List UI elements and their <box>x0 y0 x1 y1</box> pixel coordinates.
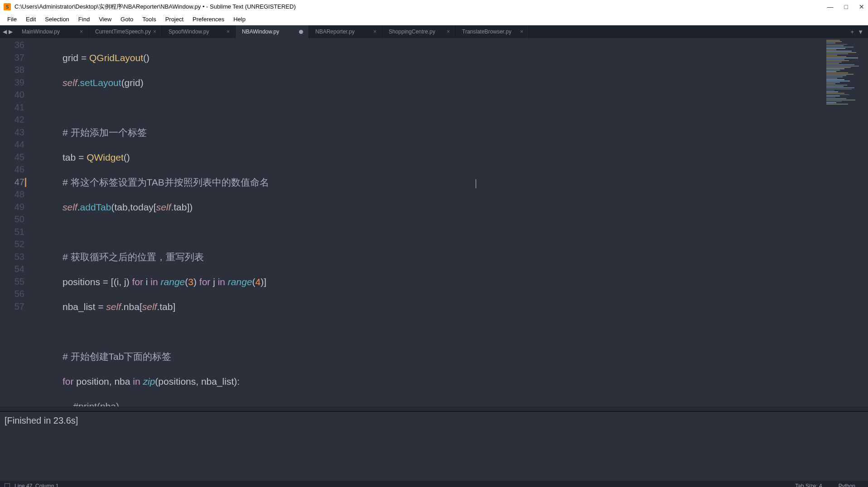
window-close-button[interactable]: ✕ <box>859 3 864 10</box>
menu-file[interactable]: File <box>3 14 21 24</box>
line-number[interactable]: 40 <box>0 89 24 101</box>
line-number[interactable]: 52 <box>0 238 24 251</box>
tab-mainwindow-py[interactable]: MainWindow.py× <box>15 25 89 38</box>
line-number[interactable]: 36 <box>0 39 24 52</box>
line-number[interactable]: 39 <box>0 76 24 89</box>
tab-spoofwindow-py[interactable]: SpoofWindow.py× <box>162 25 236 38</box>
line-number[interactable]: 47 <box>0 176 24 189</box>
tab-label: SpoofWindow.py <box>169 29 209 35</box>
minimap[interactable] <box>825 38 868 406</box>
menu-preferences[interactable]: Preferences <box>188 14 229 24</box>
tab-label: ShoppingCentre.py <box>389 29 435 35</box>
console-line: [Finished in 23.6s] <box>5 415 863 426</box>
nav-forward-icon[interactable]: ▶ <box>9 29 13 35</box>
window-minimize-button[interactable]: — <box>827 3 834 10</box>
line-number[interactable]: 37 <box>0 52 24 64</box>
build-output-panel[interactable]: [Finished in 23.6s] <box>0 411 868 481</box>
menu-view[interactable]: View <box>94 14 116 24</box>
menu-bar: File Edit Selection Find View Goto Tools… <box>0 14 868 25</box>
tab-close-icon[interactable]: × <box>227 29 230 35</box>
line-number[interactable]: 44 <box>0 138 24 151</box>
line-number[interactable]: 38 <box>0 64 24 76</box>
window-titlebar: S C:\Users\Administrator\Desktop\实例程序\NB… <box>0 0 868 14</box>
line-number[interactable]: 54 <box>0 263 24 276</box>
status-tab-size[interactable]: Tab Size: 4 <box>787 483 830 487</box>
line-number[interactable]: 51 <box>0 226 24 239</box>
line-number[interactable]: 46 <box>0 163 24 176</box>
code-editor[interactable]: grid = QGridLayout() self.setLayout(grid… <box>31 38 825 406</box>
window-maximize-button[interactable]: □ <box>844 3 848 10</box>
tab-label: NBAWindow.py <box>242 29 279 35</box>
menu-goto[interactable]: Goto <box>116 14 138 24</box>
line-number[interactable]: 55 <box>0 276 24 288</box>
tab-close-icon[interactable]: × <box>447 29 450 35</box>
line-number[interactable]: 43 <box>0 126 24 139</box>
tab-label: TranslateBrowser.py <box>462 29 511 35</box>
tab-shoppingcentre-py[interactable]: ShoppingCentre.py× <box>382 25 456 38</box>
app-icon: S <box>4 3 11 10</box>
tab-close-icon[interactable]: × <box>520 29 523 35</box>
status-cursor-position: Line 47, Column 1 <box>14 483 58 487</box>
tab-label: NBAReporter.py <box>315 29 355 35</box>
new-tab-icon[interactable]: + <box>851 29 854 35</box>
tab-menu-icon[interactable]: ▼ <box>858 29 863 35</box>
line-number[interactable]: 45 <box>0 151 24 164</box>
nav-back-icon[interactable]: ◀ <box>3 29 7 35</box>
menu-tools[interactable]: Tools <box>138 14 160 24</box>
tab-close-icon[interactable]: × <box>373 29 376 35</box>
tab-translatebrowser-py[interactable]: TranslateBrowser.py× <box>456 25 529 38</box>
tab-row: ◀ ▶ MainWindow.py×CurrentTimeSpeech.py×S… <box>0 25 868 38</box>
tab-label: MainWindow.py <box>22 29 60 35</box>
menu-project[interactable]: Project <box>161 14 188 24</box>
code-token: grid <box>63 53 78 63</box>
modified-dot-icon <box>299 30 303 34</box>
tab-currenttimespeech-py[interactable]: CurrentTimeSpeech.py× <box>89 25 162 38</box>
panel-toggle-icon[interactable] <box>5 483 10 487</box>
line-number[interactable]: 56 <box>0 288 24 301</box>
window-title: C:\Users\Administrator\Desktop\实例程序\NBAR… <box>14 3 827 11</box>
line-number[interactable]: 48 <box>0 188 24 201</box>
tab-nbawindow-py[interactable]: NBAWindow.py <box>236 25 309 38</box>
menu-selection[interactable]: Selection <box>40 14 73 24</box>
tab-close-icon[interactable]: × <box>153 29 156 35</box>
horizontal-scrollbar[interactable] <box>0 406 868 411</box>
current-line-marker-icon <box>25 178 26 187</box>
line-number[interactable]: 49 <box>0 201 24 214</box>
status-language[interactable]: Python <box>830 483 863 487</box>
menu-find[interactable]: Find <box>74 14 94 24</box>
tab-close-icon[interactable]: × <box>80 29 83 35</box>
menu-edit[interactable]: Edit <box>21 14 40 24</box>
line-number[interactable]: 42 <box>0 114 24 126</box>
menu-help[interactable]: Help <box>229 14 250 24</box>
line-gutter[interactable]: 3637383940414243444546474849505152535455… <box>0 38 31 406</box>
line-number[interactable]: 41 <box>0 101 24 114</box>
tab-label: CurrentTimeSpeech.py <box>95 29 151 35</box>
tab-nbareporter-py[interactable]: NBAReporter.py× <box>309 25 382 38</box>
line-number[interactable]: 50 <box>0 213 24 226</box>
text-cursor-icon <box>476 179 476 188</box>
status-bar: Line 47, Column 1 Tab Size: 4 Python <box>0 481 868 487</box>
line-number[interactable]: 53 <box>0 251 24 263</box>
line-number[interactable]: 57 <box>0 301 24 313</box>
